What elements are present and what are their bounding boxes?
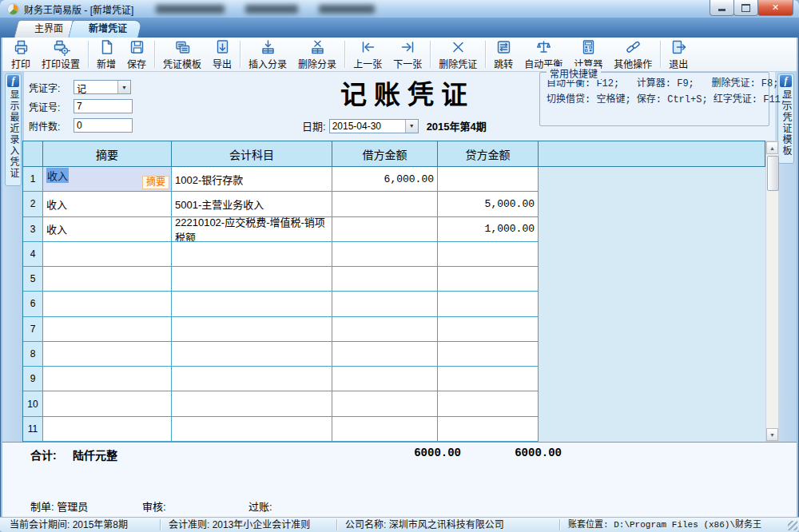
credit-cell[interactable] — [438, 417, 539, 442]
row-number[interactable]: 4 — [23, 242, 43, 267]
row-number[interactable]: 1 — [23, 167, 43, 192]
minimize-icon — [718, 9, 725, 11]
credit-cell[interactable] — [438, 242, 539, 267]
debit-cell[interactable] — [332, 367, 438, 391]
scrollbar-thumb[interactable] — [767, 156, 779, 191]
account-cell[interactable] — [172, 317, 332, 342]
attachment-row: 附件数: — [29, 118, 133, 133]
debit-cell[interactable] — [332, 391, 438, 416]
export-button[interactable]: 导出 — [207, 38, 237, 71]
account-cell[interactable]: 22210102-应交税费-增值税-销项税额 — [172, 217, 332, 242]
account-cell[interactable] — [172, 292, 332, 316]
button-label: 插入分录 — [248, 57, 287, 70]
jump-button[interactable]: 跳转 — [488, 38, 519, 71]
show-voucher-templates-tab[interactable]: f 显示凭证模板 — [777, 73, 794, 164]
summary-cell[interactable] — [43, 342, 172, 367]
summary-cell[interactable] — [43, 242, 172, 267]
summary-cell[interactable]: 收入 — [43, 217, 172, 242]
summary-cell[interactable] — [43, 267, 172, 292]
voucher-word-select[interactable]: 记 ▼ — [74, 80, 131, 94]
row-number[interactable]: 10 — [23, 391, 43, 416]
attachment-count-input[interactable] — [74, 118, 133, 133]
credit-cell[interactable] — [438, 391, 539, 416]
print-button[interactable]: 打印 — [6, 38, 36, 71]
credit-cell[interactable]: 1,000.00 — [438, 217, 539, 242]
close-button[interactable]: ✕ — [757, 0, 793, 16]
print-settings-button[interactable]: 打印设置 — [36, 38, 85, 71]
summary-cell[interactable] — [43, 367, 172, 391]
scroll-down-button[interactable]: ▼ — [766, 428, 778, 441]
row-number[interactable]: 9 — [23, 367, 43, 391]
account-cell[interactable]: 1002-银行存款 — [172, 167, 332, 192]
row-number[interactable]: 2 — [23, 192, 43, 216]
summary-cell[interactable] — [43, 292, 172, 316]
debit-cell[interactable]: 6,000.00 — [332, 167, 438, 192]
debit-cell[interactable] — [332, 242, 438, 267]
delete-entry-button[interactable]: 删除分录 — [292, 38, 342, 71]
row-number[interactable]: 7 — [23, 317, 43, 342]
save-button[interactable]: 保存 — [121, 38, 152, 71]
next-voucher-button[interactable]: 下一张 — [388, 38, 427, 71]
scroll-up-button[interactable]: ▲ — [766, 141, 778, 154]
debit-cell[interactable] — [332, 192, 438, 216]
account-cell[interactable] — [172, 367, 332, 391]
credit-cell[interactable] — [438, 267, 539, 292]
debit-cell[interactable] — [332, 267, 438, 292]
tab-new-voucher[interactable]: 新增凭证 — [68, 20, 143, 38]
debit-cell[interactable] — [332, 342, 438, 367]
status-company-name: 公司名称: 深圳市风之讯科技有限公司 — [337, 519, 560, 530]
chevron-down-icon[interactable]: ▼ — [405, 120, 418, 133]
voucher-template-button[interactable]: 凭证模板 — [157, 38, 207, 71]
minimize-button[interactable] — [710, 0, 734, 16]
chevron-down-icon[interactable]: ▼ — [117, 81, 130, 93]
debit-cell[interactable] — [332, 317, 438, 342]
account-cell[interactable] — [172, 391, 332, 416]
button-label: 退出 — [669, 57, 688, 70]
summary-cell[interactable]: 收入 摘要 — [43, 167, 172, 192]
summary-cell[interactable] — [43, 391, 172, 416]
summary-cell[interactable] — [43, 317, 172, 342]
toolbar-separator — [660, 41, 661, 68]
account-cell[interactable] — [172, 242, 332, 267]
account-cell[interactable] — [172, 342, 332, 367]
row-number[interactable]: 8 — [23, 342, 43, 367]
export-icon — [213, 38, 232, 56]
app-f-logo-icon: f — [7, 75, 19, 87]
summary-tag-button[interactable]: 摘要 — [142, 176, 169, 189]
credit-cell[interactable] — [438, 367, 539, 391]
maximize-button[interactable] — [733, 0, 758, 16]
summary-cell[interactable]: 收入 — [43, 192, 172, 216]
exit-button[interactable]: 退出 — [663, 38, 694, 71]
account-cell[interactable]: 5001-主营业务收入 — [172, 192, 332, 216]
debit-cell[interactable] — [332, 292, 438, 316]
toolbar-separator — [344, 41, 345, 68]
row-number[interactable]: 3 — [23, 217, 43, 242]
show-recent-vouchers-tab[interactable]: f 显示最近录入凭证 — [5, 73, 22, 186]
row-number[interactable]: 5 — [23, 267, 43, 292]
account-cell[interactable] — [172, 417, 332, 442]
account-cell[interactable] — [172, 267, 332, 292]
debit-cell[interactable] — [332, 417, 438, 442]
previous-voucher-button[interactable]: 上一张 — [348, 38, 388, 71]
vertical-scrollbar[interactable]: ▲ ▼ — [765, 141, 779, 442]
voucher-no-input[interactable] — [74, 99, 133, 113]
date-label: 日期: — [302, 118, 326, 133]
credit-cell[interactable]: 5,000.00 — [438, 192, 539, 216]
status-bar: 当前会计期间: 2015年第8期 会计准则: 2013年小企业会计准则 公司名称… — [0, 517, 799, 532]
delete-voucher-button[interactable]: 删除凭证 — [433, 38, 483, 71]
row-number[interactable]: 6 — [23, 292, 43, 316]
row-number[interactable]: 11 — [23, 417, 43, 442]
other-actions-button[interactable]: 其他操作 — [608, 38, 658, 71]
insert-entry-button[interactable]: 插入分录 — [243, 38, 292, 71]
credit-cell[interactable] — [438, 292, 539, 316]
credit-cell[interactable] — [438, 167, 539, 192]
resize-grip[interactable] — [788, 521, 797, 530]
credit-header: 贷方金额 — [438, 141, 539, 167]
date-select[interactable]: 2015-04-30 ▼ — [329, 119, 419, 133]
debit-cell[interactable] — [332, 217, 438, 242]
new-button[interactable]: 新增 — [91, 38, 121, 71]
credit-cell[interactable] — [438, 317, 539, 342]
table-row: 5 — [23, 267, 765, 292]
credit-cell[interactable] — [438, 342, 539, 367]
summary-cell[interactable] — [43, 417, 172, 442]
